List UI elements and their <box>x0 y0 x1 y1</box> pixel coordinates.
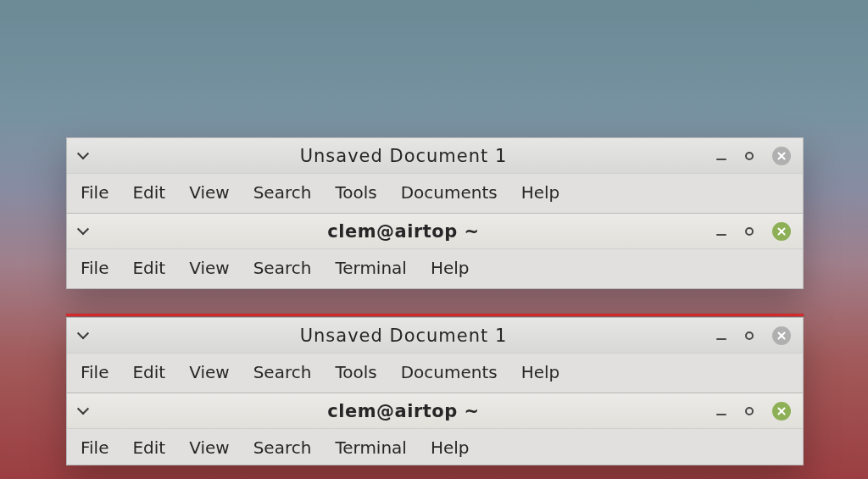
menu-edit[interactable]: Edit <box>132 437 165 458</box>
chevron-down-icon[interactable] <box>75 328 91 343</box>
minimize-button[interactable] <box>716 403 726 419</box>
maximize-icon <box>745 152 754 160</box>
terminal-window-top: clem@airtop ~ File Edit View Search Term… <box>66 214 804 289</box>
maximize-icon <box>745 331 754 340</box>
menubar: File Edit View Search Tools Documents He… <box>67 354 803 393</box>
close-icon <box>777 407 786 415</box>
window-title: clem@airtop ~ <box>91 221 716 242</box>
minimize-icon <box>716 414 726 415</box>
editor-window-top: Unsaved Document 1 File Edit View Search… <box>66 137 804 214</box>
maximize-button[interactable] <box>745 403 754 419</box>
menu-file[interactable]: File <box>81 182 108 203</box>
menu-view[interactable]: View <box>189 182 229 203</box>
chevron-down-icon[interactable] <box>75 404 91 419</box>
minimize-button[interactable] <box>716 148 726 164</box>
chevron-down-icon[interactable] <box>75 224 91 239</box>
menu-terminal[interactable]: Terminal <box>335 258 407 278</box>
terminal-window-bottom: clem@airtop ~ File Edit View Search Term… <box>66 393 804 465</box>
window-title: Unsaved Document 1 <box>91 326 716 346</box>
menu-search[interactable]: Search <box>253 362 312 382</box>
separator-line <box>66 314 804 316</box>
menu-help[interactable]: Help <box>431 258 470 278</box>
minimize-button[interactable] <box>716 223 726 239</box>
minimize-icon <box>716 159 726 160</box>
close-icon <box>777 331 786 340</box>
close-button[interactable] <box>772 402 791 421</box>
minimize-icon <box>716 234 726 236</box>
maximize-button[interactable] <box>745 327 754 343</box>
minimize-icon <box>716 338 726 340</box>
menu-view[interactable]: View <box>189 362 229 382</box>
window-stack-top: Unsaved Document 1 File Edit View Search… <box>66 137 804 289</box>
close-icon <box>777 152 786 160</box>
window-title: Unsaved Document 1 <box>91 146 716 166</box>
menubar: File Edit View Search Tools Documents He… <box>67 174 803 213</box>
titlebar[interactable]: clem@airtop ~ <box>67 214 803 249</box>
window-stack-bottom: Unsaved Document 1 File Edit View Search… <box>66 317 804 465</box>
maximize-icon <box>745 407 754 415</box>
close-button[interactable] <box>772 326 791 345</box>
menu-edit[interactable]: Edit <box>132 362 165 382</box>
menu-edit[interactable]: Edit <box>132 182 165 203</box>
menu-search[interactable]: Search <box>253 258 312 278</box>
chevron-down-icon[interactable] <box>75 148 91 164</box>
close-icon <box>777 227 786 236</box>
menu-tools[interactable]: Tools <box>335 182 376 203</box>
menu-documents[interactable]: Documents <box>401 182 498 203</box>
menu-view[interactable]: View <box>189 437 229 458</box>
maximize-button[interactable] <box>745 148 754 164</box>
menubar: File Edit View Search Terminal Help <box>67 249 803 288</box>
menu-search[interactable]: Search <box>253 437 312 458</box>
menu-file[interactable]: File <box>81 362 108 382</box>
menu-tools[interactable]: Tools <box>335 362 376 382</box>
editor-window-bottom: Unsaved Document 1 File Edit View Search… <box>66 317 804 393</box>
window-controls <box>716 147 791 165</box>
menu-documents[interactable]: Documents <box>401 362 498 382</box>
minimize-button[interactable] <box>716 327 726 343</box>
menu-file[interactable]: File <box>81 258 108 278</box>
titlebar[interactable]: Unsaved Document 1 <box>67 138 803 174</box>
menu-view[interactable]: View <box>189 258 229 278</box>
menubar: File Edit View Search Terminal Help <box>67 429 803 465</box>
close-button[interactable] <box>772 147 791 165</box>
menu-help[interactable]: Help <box>521 182 560 203</box>
menu-help[interactable]: Help <box>521 362 560 382</box>
menu-file[interactable]: File <box>81 437 108 458</box>
menu-edit[interactable]: Edit <box>132 258 165 278</box>
window-controls <box>716 402 791 421</box>
desktop-background: Unsaved Document 1 File Edit View Search… <box>0 0 868 479</box>
maximize-button[interactable] <box>745 223 754 239</box>
close-button[interactable] <box>772 222 791 241</box>
menu-terminal[interactable]: Terminal <box>335 437 407 458</box>
window-title: clem@airtop ~ <box>91 401 716 421</box>
menu-help[interactable]: Help <box>431 437 470 458</box>
menu-search[interactable]: Search <box>253 182 312 203</box>
titlebar[interactable]: clem@airtop ~ <box>67 393 803 429</box>
window-controls <box>716 222 791 241</box>
maximize-icon <box>745 227 754 236</box>
window-controls <box>716 326 791 345</box>
titlebar[interactable]: Unsaved Document 1 <box>67 318 803 354</box>
